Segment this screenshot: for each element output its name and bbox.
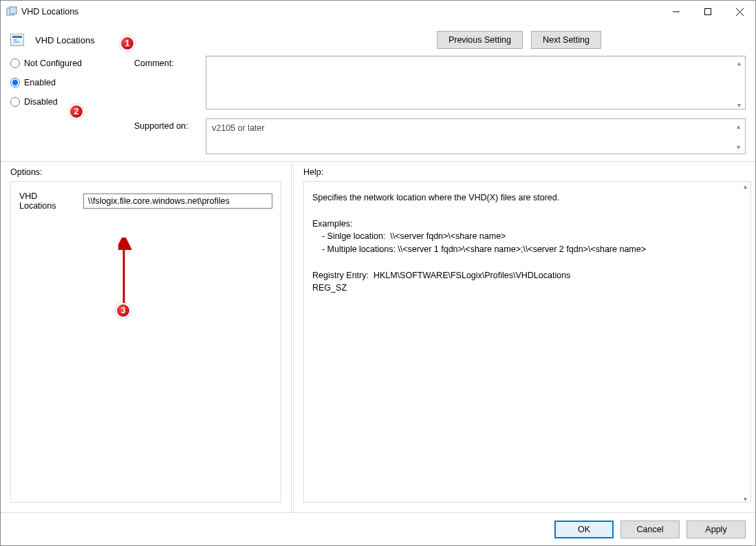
next-setting-button[interactable]: Next Setting: [531, 31, 601, 49]
titlebar: VHD Locations: [1, 1, 755, 23]
radio-not-configured-label: Not Configured: [24, 59, 82, 68]
gpo-setting-dialog: VHD Locations VHD Locations Previous Set…: [0, 0, 756, 546]
svg-rect-9: [14, 41, 19, 43]
radio-disabled[interactable]: Disabled: [10, 97, 120, 107]
svg-rect-8: [14, 39, 17, 41]
help-text: Specifies the network location where the…: [312, 191, 733, 295]
radio-disabled-label: Disabled: [24, 97, 58, 107]
options-panel-title: Options:: [1, 162, 291, 181]
radio-not-configured-input[interactable]: [10, 59, 20, 68]
annotation-marker-3: 3: [116, 303, 131, 318]
radio-disabled-input[interactable]: [10, 97, 20, 107]
cancel-button[interactable]: Cancel: [620, 521, 680, 538]
svg-rect-7: [12, 36, 22, 38]
options-panel: Options: VHD Locations: [1, 162, 294, 512]
window-title: VHD Locations: [21, 7, 78, 17]
supported-on-value: v2105 or later ▴ ▾: [206, 118, 746, 154]
comment-label: Comment:: [134, 56, 197, 68]
annotation-marker-2: 2: [69, 104, 84, 119]
ok-button[interactable]: OK: [554, 521, 614, 538]
scroll-up-icon: ▴: [744, 182, 747, 190]
supported-on-text: v2105 or later: [212, 123, 264, 133]
svg-rect-1: [10, 7, 17, 14]
radio-enabled-input[interactable]: [10, 78, 20, 87]
dialog-button-bar: OK Cancel Apply: [1, 512, 755, 545]
help-panel: Help: Specifies the network location whe…: [294, 162, 755, 512]
maximize-button[interactable]: [692, 1, 724, 23]
radio-enabled[interactable]: Enabled: [10, 78, 120, 87]
scroll-down-icon: ▾: [733, 141, 744, 152]
policy-icon: [10, 34, 24, 46]
supported-on-label: Supported on:: [134, 118, 197, 131]
radio-enabled-label: Enabled: [24, 78, 56, 87]
setting-title: VHD Locations: [35, 35, 95, 45]
window-controls: [660, 1, 755, 23]
annotation-marker-1: 1: [120, 36, 135, 51]
radio-not-configured[interactable]: Not Configured: [10, 59, 120, 68]
minimize-button[interactable]: [660, 1, 692, 23]
vhd-locations-label: VHD Locations: [19, 191, 76, 211]
help-scrollbar[interactable]: ▴ ▾: [739, 182, 751, 503]
svg-rect-3: [705, 9, 711, 15]
comment-textarea[interactable]: [206, 56, 746, 109]
app-icon: [6, 6, 17, 17]
help-panel-title: Help:: [294, 162, 755, 181]
vhd-locations-input[interactable]: [83, 193, 272, 209]
setting-header-area: VHD Locations Previous Setting Next Sett…: [1, 23, 755, 162]
apply-button[interactable]: Apply: [687, 521, 746, 538]
state-radio-group: Not Configured Enabled Disabled: [10, 56, 120, 154]
close-button[interactable]: [724, 1, 755, 23]
scroll-up-icon: ▴: [733, 120, 744, 132]
previous-setting-button[interactable]: Previous Setting: [437, 31, 523, 49]
scroll-down-icon: ▾: [744, 495, 747, 503]
